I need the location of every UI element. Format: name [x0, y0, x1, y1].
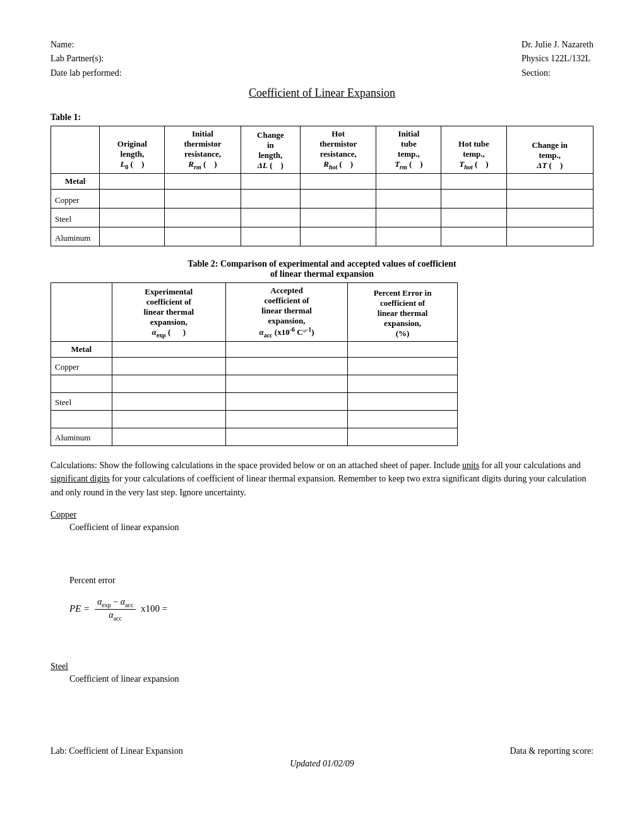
formula-block: PE = αexp − αacc αacc x100 = [69, 597, 593, 622]
table2-row-aluminum: Aluminum [51, 428, 458, 445]
table1-row-copper: Copper [51, 189, 593, 208]
page-title: Coefficient of Linear Expansion [51, 87, 593, 100]
header-info: Name: Lab Partner(s): Date lab performed… [51, 38, 593, 80]
table1-label: Table 1: [51, 112, 593, 123]
table1-row-aluminum: Aluminum [51, 227, 593, 246]
table1-metal-header [51, 126, 100, 174]
table1-col5-header: Initialtubetemp., Trm ( ) [376, 126, 441, 174]
calculations-paragraph: Calculations: Show the following calcula… [51, 459, 593, 500]
table1-col6-header: Hot tubetemp., Thot ( ) [441, 126, 506, 174]
footer-row: Lab: Coefficient of Linear Expansion Dat… [51, 746, 593, 756]
course: Physics 122L/132L [522, 52, 593, 66]
table1-col3-sub [241, 173, 300, 189]
copper-coeff-label: Coefficient of linear expansion [69, 523, 593, 533]
table1-col7-header: Change intemp., ΔT ( ) [506, 126, 593, 174]
table2-metal-header [51, 282, 112, 341]
table2-col1-header: Experimentalcoefficient oflinear thermal… [112, 282, 225, 341]
footer-center: Updated 01/02/09 [51, 759, 593, 769]
table1-col5-sub [376, 173, 441, 189]
name-label: Name: [51, 38, 122, 52]
instructor: Dr. Julie J. Nazareth [522, 38, 593, 52]
steel-coeff-label: Coefficient of linear expansion [69, 674, 593, 684]
table2-title-line2: of linear thermal expansion [270, 269, 374, 279]
table2: Experimentalcoefficient oflinear thermal… [51, 282, 458, 446]
table1-col1-sub [100, 173, 165, 189]
formula-fraction: αexp − αacc αacc [95, 597, 136, 622]
table2-col3-header: Percent Error incoefficient oflinear the… [348, 282, 458, 341]
partner-label: Lab Partner(s): [51, 52, 122, 66]
table2-metal-subheader: Metal [51, 341, 112, 357]
table1-col2-header: Initialthermistorresistance, Rrm ( ) [165, 126, 241, 174]
table2-row-copper: Copper [51, 357, 458, 375]
date-label: Date lab performed: [51, 66, 122, 80]
table2-copper-label: Copper [51, 357, 112, 375]
table2-row-steel: Steel [51, 392, 458, 410]
table1-col4-sub [301, 173, 376, 189]
steel-section-label: Steel [51, 662, 593, 672]
table2-title: Table 2: Comparison of experimental and … [51, 259, 593, 279]
formula-suffix: x100 = [141, 603, 167, 613]
table1-metal-subheader: Metal [51, 173, 100, 189]
formula-pe: PE = [69, 603, 90, 613]
table2-aluminum-label: Aluminum [51, 428, 112, 445]
table2-steel-label: Steel [51, 392, 112, 410]
table2-row-steel2 [51, 410, 458, 428]
calc-start: Calculations: Show the following calcula… [51, 461, 586, 497]
table1-copper-label: Copper [51, 189, 100, 208]
header-right: Dr. Julie J. Nazareth Physics 122L/132L … [522, 38, 593, 80]
table1-row-steel: Steel [51, 208, 593, 227]
table1-col2-sub [165, 173, 241, 189]
table1-col6-sub [441, 173, 506, 189]
footer-left: Lab: Coefficient of Linear Expansion [51, 746, 183, 756]
table1: Originallength, L0 ( ) Initialthermistor… [51, 126, 593, 246]
percent-error-label: Percent error [69, 576, 593, 586]
table2-title-line1: Table 2: Comparison of experimental and … [188, 259, 456, 269]
copper-section-label: Copper [51, 510, 593, 520]
table2-col2-header: Acceptedcoefficient oflinear thermalexpa… [225, 282, 347, 341]
table1-col1-header: Originallength, L0 ( ) [100, 126, 165, 174]
table1-col3-header: Changeinlength, ΔL ( ) [241, 126, 300, 174]
section-label: Section: [522, 66, 593, 80]
header-left: Name: Lab Partner(s): Date lab performed… [51, 38, 122, 80]
table1-aluminum-label: Aluminum [51, 227, 100, 246]
formula-numerator: αexp − αacc [95, 597, 136, 610]
formula-denominator: αacc [106, 610, 124, 622]
table1-col7-sub [506, 173, 593, 189]
table1-col4-header: Hotthermistorresistance, Rhot ( ) [301, 126, 376, 174]
footer-right: Data & reporting score: [510, 746, 593, 756]
table2-row-copper2 [51, 375, 458, 392]
table1-steel-label: Steel [51, 208, 100, 227]
